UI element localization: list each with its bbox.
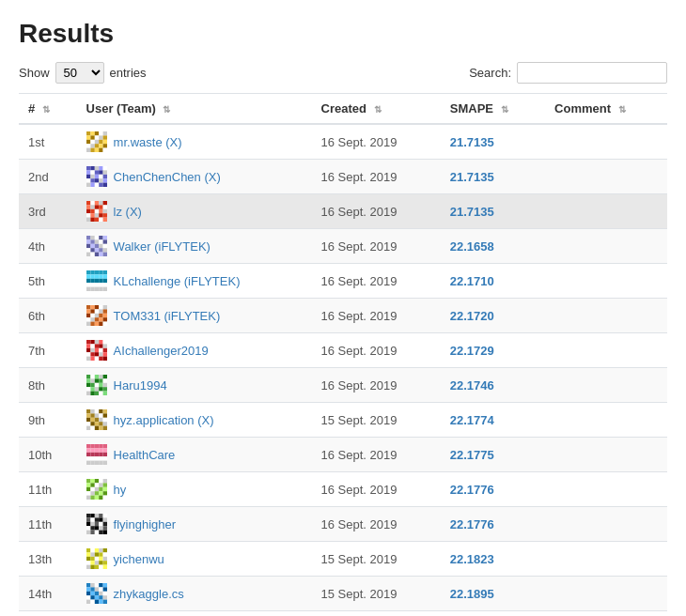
svg-rect-298 (99, 531, 102, 534)
svg-rect-161 (90, 348, 94, 352)
svg-rect-167 (94, 352, 98, 356)
user-link[interactable]: mr.waste (X) (114, 135, 182, 149)
user-link[interactable]: flyinghigher (114, 517, 177, 531)
svg-rect-21 (90, 148, 94, 152)
svg-rect-56 (90, 205, 94, 208)
svg-rect-300 (86, 548, 90, 552)
svg-rect-206 (90, 413, 94, 417)
svg-rect-47 (94, 183, 98, 187)
svg-rect-197 (94, 392, 98, 395)
svg-rect-247 (94, 461, 98, 465)
avatar (86, 131, 107, 152)
search-input[interactable] (517, 62, 667, 84)
user-link[interactable]: lz (X) (114, 205, 142, 219)
user-cell: mr.waste (X) (77, 124, 312, 160)
svg-rect-39 (102, 175, 106, 178)
col-smape[interactable]: SMAPE ⇅ (441, 94, 545, 125)
svg-rect-114 (102, 279, 106, 283)
col-created[interactable]: Created ⇅ (312, 94, 441, 125)
svg-rect-83 (99, 239, 102, 243)
svg-rect-93 (99, 248, 102, 252)
svg-rect-4 (102, 131, 106, 135)
svg-rect-66 (90, 213, 94, 217)
table-row: 1stmr.waste (X)16 Sept. 201921.7135 (19, 124, 667, 160)
svg-rect-101 (90, 270, 94, 274)
col-user[interactable]: User (Team) ⇅ (77, 94, 312, 125)
svg-rect-169 (102, 352, 106, 356)
user-cell: AIchallenger2019 (77, 333, 312, 368)
svg-rect-151 (90, 340, 94, 344)
user-cell: klkaggle (77, 611, 312, 617)
svg-rect-3 (99, 131, 102, 135)
svg-rect-316 (90, 561, 94, 564)
svg-rect-341 (90, 595, 94, 599)
svg-rect-130 (86, 309, 90, 313)
svg-rect-159 (102, 344, 106, 347)
user-link[interactable]: ChenChenChen (X) (114, 170, 221, 184)
comment-cell (545, 403, 667, 438)
svg-rect-249 (102, 461, 106, 465)
svg-rect-194 (102, 387, 106, 391)
svg-rect-214 (102, 418, 106, 422)
user-link[interactable]: AIchallenger2019 (114, 344, 209, 358)
svg-rect-59 (102, 205, 106, 208)
svg-rect-30 (86, 170, 90, 174)
created-cell: 16 Sept. 2019 (312, 229, 441, 264)
smape-cell: 22.1776 (441, 472, 545, 507)
user-link[interactable]: Walker (iFLYTEK) (114, 239, 210, 254)
svg-rect-136 (90, 314, 94, 317)
user-link[interactable]: zhykaggle.cs (114, 587, 184, 601)
user-cell: Haru1994 (77, 368, 312, 403)
svg-rect-84 (102, 239, 106, 243)
avatar (86, 479, 107, 500)
svg-rect-305 (86, 552, 90, 556)
svg-rect-60 (86, 209, 90, 213)
svg-rect-164 (102, 348, 106, 352)
svg-rect-286 (90, 522, 94, 526)
svg-rect-213 (99, 418, 102, 422)
svg-rect-32 (94, 170, 98, 174)
rank-cell: 4th (19, 229, 77, 264)
avatar (86, 583, 107, 604)
svg-rect-7 (94, 135, 98, 139)
svg-rect-89 (102, 244, 106, 248)
created-cell: 15 Sept. 2019 (312, 577, 441, 611)
svg-rect-271 (90, 496, 94, 500)
user-link[interactable]: KLchallenge (iFLYTEK) (114, 274, 241, 288)
svg-rect-158 (99, 344, 102, 347)
smape-cell: 22.1775 (441, 438, 545, 472)
table-body: 1stmr.waste (X)16 Sept. 201921.71352ndCh… (19, 124, 667, 616)
rank-cell: 9th (19, 403, 77, 438)
entries-select[interactable]: 50 10 25 100 (55, 62, 104, 84)
svg-rect-338 (99, 592, 102, 595)
svg-rect-117 (94, 283, 98, 286)
svg-rect-272 (94, 496, 98, 500)
svg-rect-181 (90, 378, 94, 382)
col-rank[interactable]: # ⇅ (19, 94, 77, 125)
svg-rect-86 (90, 244, 94, 248)
svg-rect-278 (99, 514, 102, 517)
svg-rect-82 (94, 239, 98, 243)
user-link[interactable]: hy (114, 483, 127, 497)
user-link[interactable]: yichenwu (114, 552, 164, 566)
svg-rect-203 (99, 409, 102, 413)
comment-cell (545, 577, 667, 611)
user-link[interactable]: TOM331 (iFLYTEK) (114, 309, 221, 323)
user-link[interactable]: Haru1994 (114, 378, 167, 393)
smape-cell: 22.1746 (441, 368, 545, 403)
svg-rect-147 (94, 322, 98, 326)
user-link[interactable]: hyz.application (X) (114, 413, 214, 427)
user-link[interactable]: HealthCare (114, 448, 176, 462)
svg-rect-202 (94, 409, 98, 413)
svg-rect-319 (102, 561, 106, 564)
svg-rect-261 (90, 487, 94, 491)
table-row: 10thHealthCare16 Sept. 201922.1775 (19, 438, 667, 472)
svg-rect-16 (90, 144, 94, 147)
svg-rect-58 (99, 205, 102, 208)
svg-rect-92 (94, 248, 98, 252)
svg-rect-64 (102, 209, 106, 213)
svg-rect-327 (94, 583, 98, 587)
created-cell: 15 Sept. 2019 (312, 403, 441, 438)
svg-rect-235 (86, 453, 90, 456)
col-comment[interactable]: Comment ⇅ (545, 94, 667, 125)
